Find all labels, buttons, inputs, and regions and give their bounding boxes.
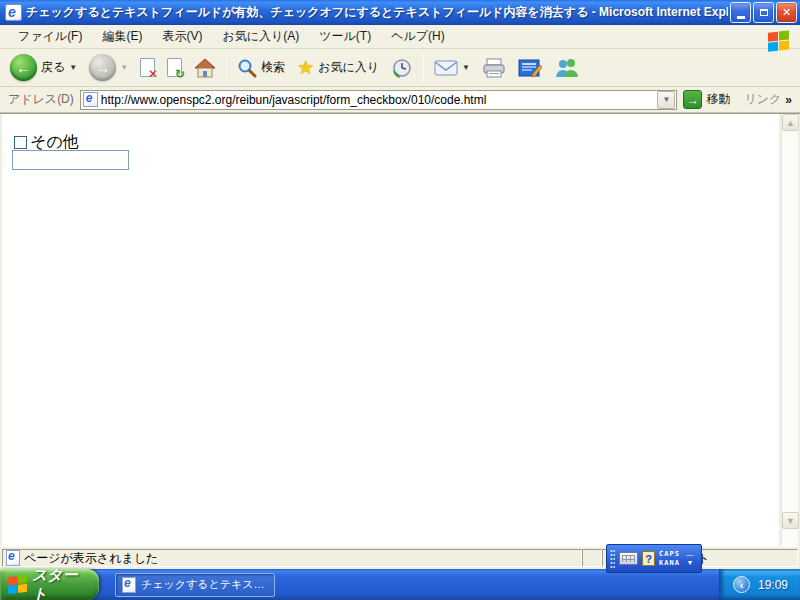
tray-collapse-icon[interactable]: ‹ — [733, 576, 750, 593]
history-button[interactable] — [385, 52, 419, 84]
mail-dropdown-icon[interactable]: ▼ — [462, 63, 470, 72]
vertical-scrollbar[interactable]: ▲ ▼ — [781, 114, 798, 546]
go-button[interactable]: → — [683, 90, 702, 109]
stop-button[interactable]: ✕ — [134, 52, 161, 84]
task-label: チェックするとテキストフィ... — [141, 577, 268, 592]
print-button[interactable] — [476, 52, 512, 84]
favorites-button[interactable]: ★ お気に入り — [291, 52, 385, 84]
refresh-button[interactable]: ↻ — [161, 52, 188, 84]
mail-icon — [434, 59, 458, 77]
history-icon — [391, 57, 413, 79]
titlebar: e チェックするとテキストフィールドが有効、チェックオフにするとテキストフィール… — [0, 0, 800, 25]
status-progress-panel — [582, 549, 602, 567]
messenger-icon — [554, 58, 578, 78]
toolbar-separator — [226, 54, 227, 82]
restore-icon — [760, 9, 768, 16]
back-button[interactable]: ← 戻る ▼ — [4, 52, 83, 84]
start-button[interactable]: スタート — [0, 569, 99, 600]
system-tray: ‹ 19:09 — [719, 569, 800, 600]
refresh-icon: ↻ — [167, 58, 182, 77]
close-button[interactable]: ✕ — [776, 2, 797, 23]
menu-edit[interactable]: 編集(E) — [92, 25, 152, 48]
home-button[interactable] — [188, 52, 222, 84]
address-box: e ▼ — [80, 90, 678, 110]
ime-kana-label[interactable]: KANA — [659, 559, 680, 567]
mail-button[interactable]: ▼ — [428, 52, 476, 84]
close-icon: ✕ — [782, 6, 791, 19]
menu-favorites[interactable]: お気に入り(A) — [212, 25, 309, 48]
scroll-up-icon[interactable]: ▲ — [782, 114, 799, 131]
ime-minimize-icon[interactable]: — — [685, 552, 695, 558]
ime-help-icon[interactable]: ? — [642, 551, 655, 566]
back-icon: ← — [10, 54, 37, 81]
toolbar: ← 戻る ▼ → ▼ ✕ ↻ — [0, 49, 800, 87]
windows-flag-throbber — [765, 28, 792, 55]
other-text-field[interactable] — [12, 150, 129, 170]
home-icon — [194, 58, 216, 78]
menu-tools[interactable]: ツール(T) — [309, 25, 381, 48]
links-label[interactable]: リンク — [744, 91, 781, 108]
favorites-icon: ★ — [297, 58, 314, 77]
toolbar-separator-2 — [423, 54, 424, 82]
edit-icon — [518, 58, 542, 78]
favorites-label: お気に入り — [318, 59, 379, 76]
search-button[interactable]: 検索 — [231, 52, 291, 84]
ime-caps-label[interactable]: CAPS — [659, 550, 680, 558]
taskbar: スタート e チェックするとテキストフィ... ‹ 19:09 — [0, 569, 800, 600]
links-chevron-icon[interactable]: » — [785, 93, 792, 107]
menu-file[interactable]: ファイル(F) — [8, 25, 92, 48]
forward-button[interactable]: → ▼ — [83, 52, 134, 84]
scroll-down-icon[interactable]: ▼ — [782, 512, 799, 529]
messenger-button[interactable] — [548, 52, 584, 84]
menubar: ファイル(F) 編集(E) 表示(V) お気に入り(A) ツール(T) ヘルプ(… — [0, 25, 800, 49]
minimize-icon — [737, 16, 745, 19]
minimize-button[interactable] — [730, 2, 751, 23]
search-label: 検索 — [261, 59, 285, 76]
desktop: e チェックするとテキストフィールドが有効、チェックオフにするとテキストフィール… — [0, 0, 800, 600]
address-label: アドレス(D) — [8, 91, 74, 108]
browser-viewport: その他 ▲ ▼ — [0, 113, 800, 546]
restore-button[interactable] — [753, 2, 774, 23]
tray-clock: 19:09 — [758, 578, 788, 592]
task-ie-icon: e — [122, 577, 136, 593]
go-label[interactable]: 移動 — [706, 91, 730, 108]
print-icon — [482, 58, 506, 78]
menu-help[interactable]: ヘルプ(H) — [381, 25, 455, 48]
ime-buttons: — ▼ — [685, 552, 695, 566]
ime-drag-handle[interactable] — [610, 549, 615, 569]
page-favicon: e — [83, 92, 98, 107]
start-label: スタート — [32, 566, 81, 600]
windows-flag-icon — [8, 575, 27, 595]
forward-icon: → — [89, 54, 116, 81]
menu-view[interactable]: 表示(V) — [152, 25, 212, 48]
page-status-icon: e — [6, 550, 20, 566]
ie-app-icon: e — [5, 4, 22, 21]
status-message: ページが表示されました — [24, 550, 158, 567]
edit-button[interactable] — [512, 52, 548, 84]
keyboard-icon[interactable] — [619, 552, 638, 565]
go-group: → 移動 — [677, 90, 736, 109]
address-dropdown-button[interactable]: ▼ — [657, 91, 675, 109]
back-label: 戻る — [41, 59, 65, 76]
ime-status: CAPS KANA — [659, 550, 680, 566]
status-message-panel: e ページが表示されました — [2, 549, 582, 567]
window-title: チェックするとテキストフィールドが有効、チェックオフにするとテキストフィールド内… — [26, 4, 728, 21]
ime-options-icon[interactable]: ▼ — [685, 560, 695, 566]
stop-icon: ✕ — [140, 58, 155, 77]
back-dropdown-icon[interactable]: ▼ — [69, 63, 77, 72]
search-icon — [237, 58, 257, 78]
other-checkbox[interactable] — [14, 136, 27, 149]
addressbar: アドレス(D) e ▼ → 移動 リンク » — [0, 87, 800, 113]
address-input[interactable] — [101, 92, 658, 108]
web-page: その他 — [2, 114, 779, 546]
ime-language-bar: ? CAPS KANA — ▼ — [606, 544, 702, 573]
forward-dropdown-icon: ▼ — [120, 63, 128, 72]
taskbar-task-button[interactable]: e チェックするとテキストフィ... — [115, 573, 275, 597]
